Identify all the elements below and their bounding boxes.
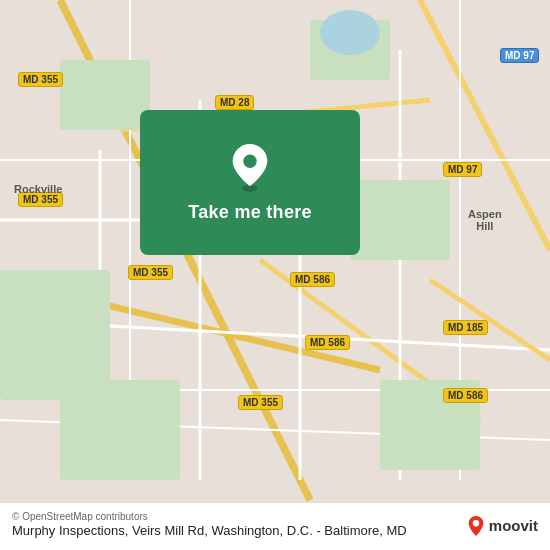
moovit-logo: moovit	[467, 515, 538, 537]
road-badge-md586-1: MD 586	[290, 272, 335, 287]
road-badge-md586-3: MD 586	[443, 388, 488, 403]
bottom-left: © OpenStreetMap contributors Murphy Insp…	[12, 511, 407, 540]
map-container: MD 355 MD 355 MD 355 MD 355 MD 28 MD 97 …	[0, 0, 550, 550]
road-badge-md355-3: MD 355	[128, 265, 173, 280]
osm-credit: © OpenStreetMap contributors	[12, 511, 407, 522]
location-pin-icon	[228, 142, 272, 192]
bottom-bar: © OpenStreetMap contributors Murphy Insp…	[0, 502, 550, 550]
take-me-there-button[interactable]: Take me there	[188, 202, 312, 223]
water-area	[320, 10, 380, 55]
park-area	[60, 380, 180, 480]
road-badge-md97-2: MD 97	[500, 48, 539, 63]
svg-point-20	[243, 155, 256, 168]
road-badge-md185: MD 185	[443, 320, 488, 335]
map-label-rockville: Rockville	[14, 183, 62, 195]
road-badge-md97-1: MD 97	[443, 162, 482, 177]
road-badge-md586-2: MD 586	[305, 335, 350, 350]
cta-overlay[interactable]: Take me there	[140, 110, 360, 255]
road-badge-md355-1: MD 355	[18, 72, 63, 87]
moovit-brand-text: moovit	[489, 517, 538, 534]
road-badge-md28: MD 28	[215, 95, 254, 110]
svg-point-21	[473, 520, 479, 526]
road-badge-md355-4: MD 355	[238, 395, 283, 410]
moovit-pin-icon	[467, 515, 485, 537]
map-label-aspenhil: AspenHill	[468, 208, 502, 232]
location-text: Murphy Inspections, Veirs Mill Rd, Washi…	[12, 523, 407, 540]
park-area	[350, 180, 450, 260]
park-area	[60, 60, 150, 130]
map-background: MD 355 MD 355 MD 355 MD 355 MD 28 MD 97 …	[0, 0, 550, 550]
